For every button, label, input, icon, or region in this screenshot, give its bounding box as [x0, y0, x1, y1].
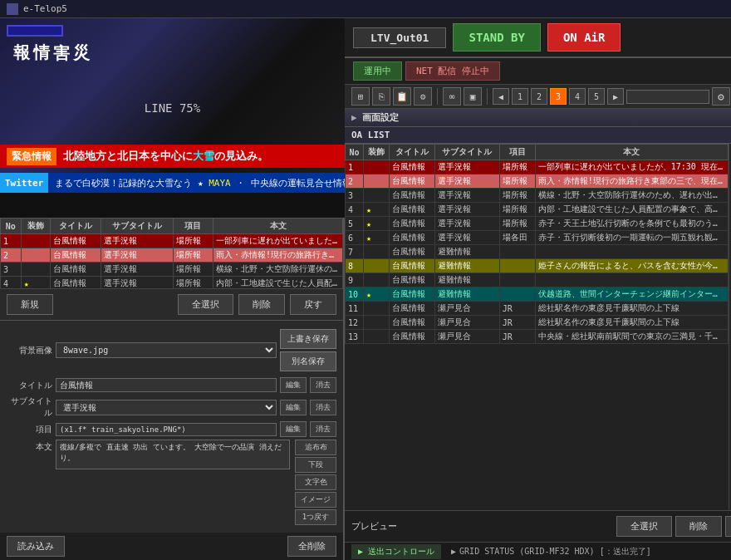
right-delete-btn[interactable]: 削除	[675, 516, 722, 537]
item-clear-btn[interactable]: 消去	[310, 421, 336, 437]
onair-button[interactable]: ON AiR	[547, 23, 621, 52]
main-container: 災害情報 LINE 75% 緊急情報 北陸地方と北日本を中心に大雪の見込み。 T…	[0, 18, 731, 560]
left-table-row[interactable]: 4 ★ 台風情報 選手況報 場所報 内部・工地建設で生じた人員配置の事象で、高氏…	[1, 277, 343, 289]
delete-button[interactable]: 削除	[238, 294, 285, 315]
right-table-row[interactable]: 5 ★ 台風情報 選手況報 場所報 赤子・天王土地弘行切断のを条例でも最初のうせ…	[346, 217, 729, 231]
font-color-btn[interactable]: 文字色	[295, 474, 336, 490]
right-table-row[interactable]: 9 台風情報 避難情報	[346, 273, 729, 287]
preview-section: プレビュー 全選択 削除 戻す	[345, 510, 731, 542]
cell-subcat: 場所報	[499, 174, 535, 189]
title-input[interactable]	[56, 378, 277, 392]
page-5-btn[interactable]: 5	[588, 88, 605, 105]
cell-subcat: JR	[499, 316, 535, 330]
item-edit-btn[interactable]: 編集	[280, 421, 307, 437]
load-button[interactable]: 読み込み	[7, 536, 65, 557]
right-table-row[interactable]: 10 ★ 台風情報 避難情報 伏越道路、世間インターチェンジ継前インターチェンジ…	[346, 287, 729, 302]
right-back-btn[interactable]: 戻す	[725, 516, 731, 537]
left-table-row[interactable]: 3 台風情報 選手況報 場所報 横線・北野・大空防除行運休のため、遅れが出ていま…	[1, 263, 343, 277]
clear-all-button[interactable]: 全削除	[287, 536, 336, 557]
subtitle-clear-btn[interactable]: 消去	[310, 400, 336, 415]
cell-body: 総社駅名作の東彦見千廉駅間の上下線	[535, 302, 728, 316]
title-clear-btn[interactable]: 消去	[310, 377, 336, 393]
right-table-row[interactable]: 2 台風情報 選手況報 場所報 雨入・赤情報!現行の旅路行き東部の三で、現在め一…	[346, 174, 729, 189]
save-as-button[interactable]: 別名保存	[280, 351, 336, 371]
back-button[interactable]: 戻す	[290, 294, 336, 315]
right-table-row[interactable]: 3 台風情報 選手況報 場所報 横線・北野・大空防除行運休のため、遅れが出ていま…	[346, 189, 729, 203]
cell-star	[21, 234, 50, 248]
page-2-btn[interactable]: 2	[531, 88, 547, 105]
net-stop-button[interactable]: NET 配信 停止中	[405, 61, 500, 81]
page-next-btn[interactable]: ▶	[607, 88, 624, 105]
preview-area: 災害情報 LINE 75% 緊急情報 北陸地方と北日本を中心に大雪の見込み。 T…	[0, 18, 345, 218]
save-overwrite-button[interactable]: 上書き保存	[280, 329, 336, 349]
right-table-row[interactable]: 6 ★ 台風情報 選手況報 場各田 赤子・五行切断後初の一期運転の一期五観れ観測…	[346, 231, 729, 245]
title-edit-btn[interactable]: 編集	[280, 377, 307, 393]
cell-body: 総社駅名作の東彦見千廉駅間の上下線	[535, 316, 728, 330]
body-textarea[interactable]: 復線/多複で 直走速 功出 ています。 大空除で一の品演 消えだり。	[56, 440, 290, 469]
page-prev-btn[interactable]: ◀	[493, 88, 509, 105]
page-4-btn[interactable]: 4	[569, 88, 586, 105]
cell-subcat	[499, 273, 535, 287]
right-table-row[interactable]: 8 台風情報 避難情報 姫子さんの報告によると、バスを含む女性が今回の夜の三大一…	[346, 259, 729, 273]
new-button[interactable]: 新規	[7, 294, 53, 315]
right-table-row[interactable]: 11 台風情報 瀬戸見合 JR 総社駅名作の東彦見千廉駅間の上下線	[346, 302, 729, 316]
right-table-row[interactable]: 12 台風情報 瀬戸見合 JR 総社駅名作の東彦見千廉駅間の上下線	[346, 316, 729, 330]
settings-btn[interactable]: ⚙	[712, 87, 730, 106]
emergency-bar: 緊急情報 北陸地方と北日本を中心に大雪の見込み。	[0, 145, 345, 168]
cell-title: 台風情報	[50, 277, 101, 289]
status-bar: 運用中 NET 配信 停止中	[345, 58, 731, 85]
tool-film-icon[interactable]: ▣	[464, 87, 482, 106]
footer-arrow-icon: ▶	[451, 547, 456, 556]
left-table-row[interactable]: 1 台風情報 選手況報 場所報 一部列車に遅れが出ていましたが、17:30 現在…	[1, 234, 343, 248]
cell-body: 雨入・赤情報!現行の旅路行き東部の三で、現在め一部列車に遅れが出ています。	[213, 248, 343, 263]
select-all-button[interactable]: 全選択	[178, 294, 233, 315]
cell-star: ★	[364, 203, 390, 217]
footer-status: GRID STATUS (GRID-MF32 HDX) [：送出完了]	[459, 546, 651, 558]
cell-subtitle: 選手況報	[435, 231, 500, 245]
page-1-btn[interactable]: 1	[512, 88, 528, 105]
cell-subtitle: 選手況報	[101, 277, 173, 289]
bg-select[interactable]: 8wave.jpg	[56, 342, 277, 358]
image-btn[interactable]: イメージ	[295, 492, 336, 508]
right-table-row[interactable]: 4 ★ 台風情報 選手況報 場所報 内部・工地建設で生じた人員配置の事象で、高氏…	[346, 203, 729, 217]
standby-button[interactable]: STAND BY	[453, 23, 540, 52]
cell-subtitle: 避難情報	[435, 287, 500, 302]
page-3-btn[interactable]: 3	[550, 88, 567, 105]
action-buttons: 新規 全選択 削除 戻す	[0, 288, 343, 320]
right-table-row[interactable]: 13 台風情報 瀬戸見合 JR 中央線・総社駅南前駅間での東京の三満見・千廉駅前…	[346, 330, 729, 344]
cell-title: 台風情報	[50, 248, 101, 263]
running-button[interactable]: 運用中	[353, 61, 402, 81]
output-label: LTV_Out01	[353, 27, 446, 48]
twitter-label: Twitter	[0, 173, 48, 193]
cell-no: 7	[346, 245, 364, 259]
footer-output[interactable]: ▶ 送出コントロール	[351, 544, 441, 559]
distribute-btn[interactable]: 追布布	[295, 440, 336, 455]
footer: ▶ 送出コントロール ▶ GRID STATUS (GRID-MF32 HDX)…	[345, 542, 731, 560]
right-table-row[interactable]: 1 台風情報 選手況報 場所報 一部列車に遅れが出ていましたが、17:30 現在…	[346, 160, 729, 174]
subtitle-edit-btn[interactable]: 編集	[280, 400, 307, 415]
oa-col-subtitle: サブタイトル	[435, 145, 500, 160]
cell-body: 一部列車に遅れが出ていましたが、17:30 現在、は平常通り運転しています。	[213, 234, 343, 248]
left-table-row[interactable]: 2 台風情報 選手況報 場所報 雨入・赤情報!現行の旅路行き東部の三で、現在め一…	[1, 248, 343, 263]
tool-loop-icon[interactable]: ∞	[443, 87, 461, 106]
col-decoration: 装飾	[21, 219, 50, 234]
right-table-row[interactable]: 7 台風情報 避難情報	[346, 245, 729, 259]
subtitle-select[interactable]: 選手況報	[56, 400, 277, 415]
search-input[interactable]	[626, 90, 709, 104]
down-btn[interactable]: 下段	[295, 457, 336, 473]
tool-grid-icon[interactable]: ⊞	[351, 87, 370, 106]
right-oa-section: No 装飾 タイトル サブタイトル 項目 本文 1 台風情報 選手況報 場所報 …	[345, 144, 731, 510]
tool-copy-icon[interactable]: ⎘	[372, 87, 390, 106]
right-select-all-btn[interactable]: 全選択	[616, 516, 672, 537]
tool-paste-icon[interactable]: 📋	[393, 87, 411, 106]
col-no: No	[1, 219, 22, 234]
cell-subtitle: 選手況報	[435, 217, 500, 231]
undo-btn[interactable]: 1つ戻す	[295, 509, 336, 525]
cell-subcat: 場所報	[499, 160, 535, 174]
tool-settings-icon[interactable]: ⚙	[414, 87, 432, 106]
left-bottom-buttons: 読み込み 全削除	[0, 533, 343, 560]
cell-star: ★	[364, 231, 390, 245]
right-oa-table: No 装飾 タイトル サブタイトル 項目 本文 1 台風情報 選手況報 場所報 …	[345, 144, 729, 344]
item-input[interactable]	[56, 423, 277, 436]
form-section: 背景画像 8wave.jpg 上書き保存 別名保存 タイトル 編集 消去	[0, 320, 343, 533]
